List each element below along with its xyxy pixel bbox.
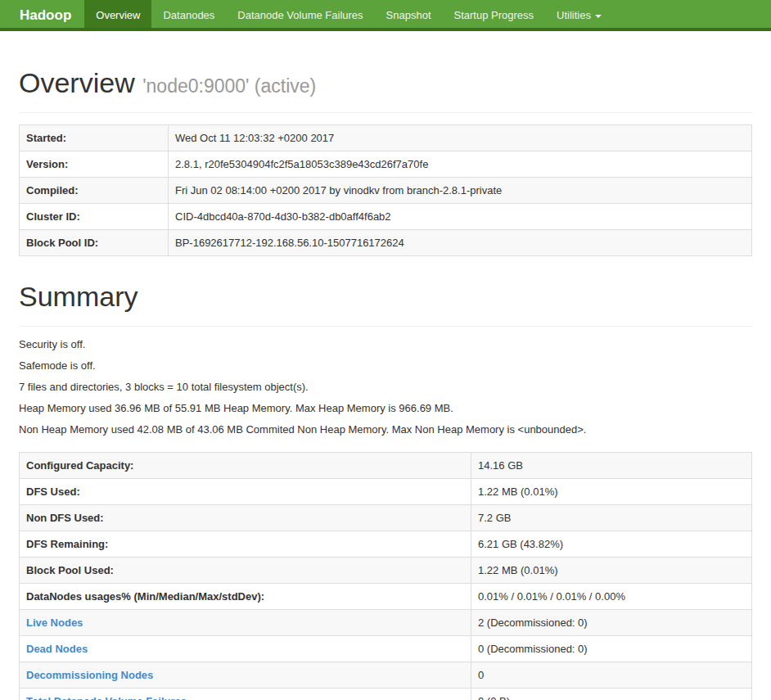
row-value: 6.21 GB (43.82%) — [471, 531, 752, 558]
row-value: 1.22 MB (0.01%) — [471, 558, 752, 584]
main-content: Overview 'node0:9000' (active) Started: … — [0, 67, 771, 700]
decommissioning-nodes-link[interactable]: Decommissioning Nodes — [26, 669, 153, 681]
chevron-down-icon — [595, 15, 602, 18]
table-row: Version: 2.8.1, r20fe5304904fc2f5a18053c… — [20, 151, 752, 178]
row-value: 14.16 GB — [471, 453, 752, 479]
live-nodes-link[interactable]: Live Nodes — [26, 616, 83, 629]
row-value: 2.8.1, r20fe5304904fc2f5a18053c389e43cd2… — [169, 151, 752, 178]
top-navbar: Hadoop Overview Datanodes Datanode Volum… — [0, 0, 771, 31]
page-title-text: Overview — [19, 67, 135, 98]
table-row: Dead Nodes 0 (Decommissioned: 0) — [20, 636, 752, 662]
info-table: Started: Wed Oct 11 12:03:32 +0200 2017 … — [19, 124, 752, 256]
summary-table: Configured Capacity: 14.16 GB DFS Used: … — [19, 452, 752, 700]
table-row: Block Pool Used: 1.22 MB (0.01%) — [20, 558, 752, 584]
row-label: Configured Capacity: — [20, 453, 471, 479]
table-row: Decommissioning Nodes 0 — [20, 662, 752, 689]
table-row: Started: Wed Oct 11 12:03:32 +0200 2017 — [20, 125, 752, 151]
dead-nodes-link[interactable]: Dead Nodes — [26, 643, 88, 655]
table-row: DFS Remaining: 6.21 GB (43.82%) — [20, 531, 752, 558]
row-label: DFS Remaining: — [20, 531, 471, 558]
row-label: Total Datanode Volume Failures — [20, 689, 471, 700]
table-row: Non DFS Used: 7.2 GB — [20, 505, 752, 531]
row-value: 2 (Decommissioned: 0) — [471, 610, 752, 636]
nav-item-overview[interactable]: Overview — [84, 0, 151, 28]
row-value: CID-4dbcd40a-870d-4d30-b382-db0aff4f6ab2 — [169, 204, 752, 230]
divider — [19, 326, 752, 327]
table-row: DFS Used: 1.22 MB (0.01%) — [20, 479, 752, 505]
page-subtitle: 'node0:9000' (active) — [142, 75, 316, 97]
row-label: Decommissioning Nodes — [20, 662, 471, 689]
nav-item-startup-progress[interactable]: Startup Progress — [443, 0, 546, 28]
safemode-status-text: Safemode is off. — [19, 359, 752, 372]
row-label: DFS Used: — [20, 479, 471, 505]
table-row: Compiled: Fri Jun 02 08:14:00 +0200 2017… — [20, 178, 752, 204]
row-value: 0.01% / 0.01% / 0.01% / 0.00% — [471, 584, 752, 610]
heap-memory-text: Heap Memory used 36.96 MB of 55.91 MB He… — [19, 402, 752, 414]
brand-link[interactable]: Hadoop — [0, 0, 84, 28]
nav-item-label: Overview — [96, 9, 140, 21]
row-label: DataNodes usages% (Min/Median/Max/stdDev… — [20, 584, 471, 610]
security-status-text: Security is off. — [19, 338, 752, 350]
table-row: Live Nodes 2 (Decommissioned: 0) — [20, 610, 752, 636]
nav-item-label: Datanode Volume Failures — [237, 9, 363, 21]
nav-menu: Overview Datanodes Datanode Volume Failu… — [84, 0, 613, 28]
nav-item-datanodes[interactable]: Datanodes — [151, 0, 226, 28]
divider — [19, 112, 752, 113]
row-value: 7.2 GB — [471, 505, 752, 531]
row-label: Compiled: — [20, 178, 169, 204]
nav-item-label: Datanodes — [163, 9, 214, 21]
row-label: Cluster ID: — [20, 204, 169, 230]
nav-item-utilities[interactable]: Utilities — [545, 0, 613, 28]
nav-item-snapshot[interactable]: Snapshot — [375, 0, 443, 28]
table-row: Configured Capacity: 14.16 GB — [20, 453, 752, 479]
filesystem-objects-text: 7 files and directories, 3 blocks = 10 t… — [19, 381, 752, 393]
table-row: Total Datanode Volume Failures 0 (0 B) — [20, 689, 752, 700]
row-label: Dead Nodes — [20, 636, 471, 662]
row-value: 0 (0 B) — [471, 689, 752, 700]
row-value: 1.22 MB (0.01%) — [471, 479, 752, 505]
row-value: Wed Oct 11 12:03:32 +0200 2017 — [169, 125, 752, 151]
row-label: Started: — [20, 125, 169, 151]
row-value: BP-1692617712-192.168.56.10-150771617262… — [169, 230, 752, 256]
table-row: Block Pool ID: BP-1692617712-192.168.56.… — [20, 230, 752, 256]
row-label: Live Nodes — [20, 610, 471, 636]
nav-item-datanode-volume-failures[interactable]: Datanode Volume Failures — [226, 0, 374, 28]
table-row: DataNodes usages% (Min/Median/Max/stdDev… — [20, 584, 752, 610]
row-label: Version: — [20, 151, 169, 178]
row-label: Non DFS Used: — [20, 505, 471, 531]
summary-text: Security is off. Safemode is off. 7 file… — [19, 338, 752, 436]
row-value: Fri Jun 02 08:14:00 +0200 2017 by vinodk… — [169, 178, 752, 204]
total-datanode-volume-failures-link[interactable]: Total Datanode Volume Failures — [26, 695, 187, 700]
summary-table-wrap: Configured Capacity: 14.16 GB DFS Used: … — [19, 452, 752, 700]
table-row: Cluster ID: CID-4dbcd40a-870d-4d30-b382-… — [20, 204, 752, 230]
row-label: Block Pool ID: — [20, 230, 169, 256]
nav-item-label: Snapshot — [386, 9, 431, 21]
nav-item-label: Startup Progress — [454, 9, 534, 21]
row-label: Block Pool Used: — [20, 558, 471, 584]
row-value: 0 — [471, 662, 752, 689]
row-value: 0 (Decommissioned: 0) — [471, 636, 752, 662]
page-title: Overview 'node0:9000' (active) — [19, 67, 752, 99]
non-heap-memory-text: Non Heap Memory used 42.08 MB of 43.06 M… — [19, 423, 752, 436]
nav-item-label: Utilities — [557, 9, 591, 21]
summary-title: Summary — [19, 281, 752, 313]
